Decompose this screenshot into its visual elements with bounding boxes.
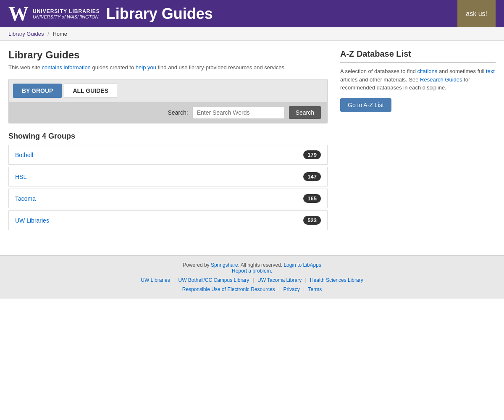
search-button[interactable]: Search <box>289 106 321 119</box>
footer-link-health-sciences[interactable]: Health Sciences Library <box>310 277 363 283</box>
springshare-link[interactable]: Springshare <box>211 262 238 268</box>
footer-link-privacy[interactable]: Privacy <box>283 286 299 292</box>
footer-sep-3: | <box>305 277 306 283</box>
site-footer: Powered by Springshare. All rights reser… <box>0 255 504 299</box>
group-item[interactable]: HSL147 <box>8 167 328 186</box>
footer-sep-2: | <box>253 277 254 283</box>
site-header: W UNIVERSITY LIBRARIES UNIVERSITY of WAS… <box>0 0 504 27</box>
footer-powered: Powered by Springshare. All rights reser… <box>8 262 496 268</box>
page-description: This web site contains information guide… <box>8 64 328 71</box>
group-list: Bothell179HSL147Tacoma165UW Libraries523 <box>8 145 328 230</box>
footer-link-tacoma[interactable]: UW Tacoma Library <box>257 277 302 283</box>
tabs-container: BY GROUP ALL GUIDES Search: Search <box>8 79 328 123</box>
az-description: A selection of databases to find citatio… <box>340 67 496 92</box>
university-of-text: UNIVERSITY of WASHINGTON <box>33 14 100 19</box>
group-name-bothell[interactable]: Bothell <box>15 152 33 158</box>
footer-sep-1: | <box>173 277 175 283</box>
powered-by-text: Powered by <box>183 262 209 268</box>
uw-logo: W UNIVERSITY LIBRARIES UNIVERSITY of WAS… <box>8 4 100 24</box>
footer-link-terms[interactable]: Terms <box>308 286 322 292</box>
breadcrumb-separator: / <box>47 31 49 37</box>
header-left: W UNIVERSITY LIBRARIES UNIVERSITY of WAS… <box>8 4 213 24</box>
information-link[interactable]: information <box>64 64 91 71</box>
you-link[interactable]: you <box>147 64 156 71</box>
uw-text: UNIVERSITY LIBRARIES UNIVERSITY of WASHI… <box>33 8 100 19</box>
footer-sep-5: | <box>303 286 304 292</box>
group-badge-bothell: 179 <box>303 150 321 159</box>
search-bar: Search: Search <box>9 102 327 123</box>
site-title: Library Guides <box>106 5 213 23</box>
help-link[interactable]: help <box>136 64 146 71</box>
footer-link-bothell[interactable]: UW Bothell/CC Campus Library <box>178 277 249 283</box>
footer-sep-4: | <box>278 286 280 292</box>
left-panel: Library Guides This web site contains in… <box>8 49 328 230</box>
footer-link-responsible-use[interactable]: Responsible Use of Electronic Resources <box>182 286 275 292</box>
breadcrumb-home-link[interactable]: Library Guides <box>8 31 44 37</box>
tab-by-group[interactable]: BY GROUP <box>13 84 62 98</box>
footer-link-uw-libraries[interactable]: UW Libraries <box>141 277 170 283</box>
page-description-text: This web site contains information guide… <box>8 64 286 71</box>
footer-links-2: Responsible Use of Electronic Resources … <box>8 286 496 292</box>
group-badge-uw-libraries: 523 <box>303 216 321 225</box>
az-title: A-Z Database List <box>340 49 496 63</box>
ask-us-button[interactable]: ask us! <box>457 0 496 27</box>
group-badge-tacoma: 165 <box>303 194 321 203</box>
breadcrumb-current: Home <box>52 31 67 37</box>
breadcrumb: Library Guides / Home <box>0 27 504 41</box>
group-name-hsl[interactable]: HSL <box>15 173 26 180</box>
uw-w-logo: W <box>8 4 29 24</box>
research-guides-link[interactable]: Research Guides <box>420 76 462 83</box>
footer-report: Report a problem. <box>8 268 496 274</box>
main-container: Library Guides This web site contains in… <box>0 41 504 239</box>
group-name-tacoma[interactable]: Tacoma <box>15 195 36 202</box>
right-panel: A-Z Database List A selection of databas… <box>340 49 496 230</box>
group-item[interactable]: UW Libraries523 <box>8 210 328 230</box>
university-libraries-text: UNIVERSITY LIBRARIES <box>33 8 100 14</box>
group-item[interactable]: Tacoma165 <box>8 189 328 208</box>
az-description-text: A selection of databases to find citatio… <box>340 68 495 91</box>
header-right: ask us! <box>457 0 496 27</box>
groups-heading: Showing 4 Groups <box>8 132 328 141</box>
footer-links: UW Libraries | UW Bothell/CC Campus Libr… <box>8 277 496 283</box>
group-item[interactable]: Bothell179 <box>8 145 328 165</box>
contains-link[interactable]: contains <box>42 64 62 71</box>
tab-buttons: BY GROUP ALL GUIDES <box>13 84 323 98</box>
login-libapps-link[interactable]: Login to LibApps <box>284 262 321 268</box>
text-link[interactable]: text <box>486 68 495 74</box>
search-label: Search: <box>168 109 188 116</box>
search-input[interactable] <box>192 106 285 119</box>
page-title: Library Guides <box>8 49 328 61</box>
rights-text: All rights reserved. <box>241 262 282 268</box>
az-list-button[interactable]: Go to A-Z List <box>340 98 391 112</box>
tab-all-guides[interactable]: ALL GUIDES <box>64 84 117 98</box>
report-problem-link[interactable]: Report a problem. <box>232 268 272 274</box>
group-name-uw-libraries[interactable]: UW Libraries <box>15 217 49 224</box>
citations-link[interactable]: citations <box>417 68 438 74</box>
group-badge-hsl: 147 <box>303 172 321 181</box>
